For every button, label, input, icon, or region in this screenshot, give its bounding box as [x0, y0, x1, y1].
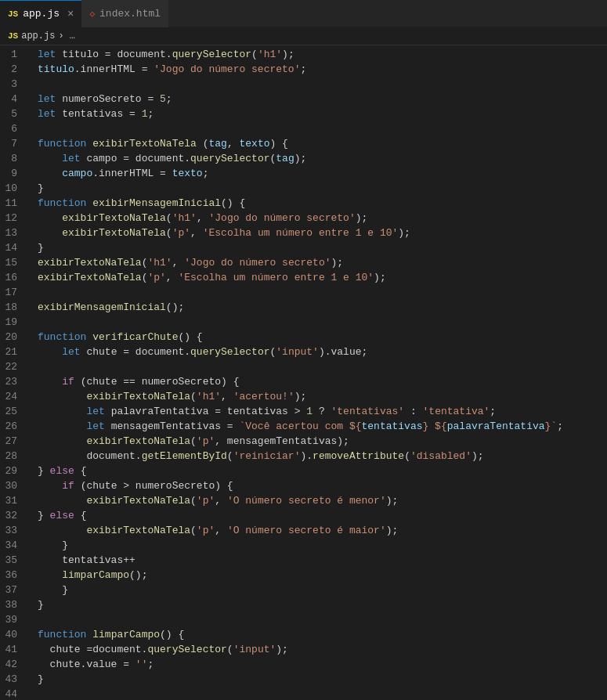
- code-line-22: [38, 359, 607, 374]
- code-line-4: let numeroSecreto = 5;: [38, 92, 607, 106]
- code-line-29: } else {: [38, 464, 607, 478]
- code-line-11: function exibirMensagemInicial() {: [38, 196, 607, 211]
- code-line-20: function verificarChute() {: [38, 330, 607, 345]
- tab-index-html[interactable]: ◇ index.html: [81, 0, 168, 27]
- tab-label-app-js: app.js: [23, 8, 60, 20]
- code-line-28: document.getElementById('reiniciar').rem…: [38, 449, 607, 464]
- code-line-40: function limparCampo() {: [38, 627, 607, 642]
- code-line-35: tentativas++: [38, 553, 607, 568]
- editor: 12345 678910 1112131415 1617181920 21222…: [0, 45, 607, 698]
- code-line-12: exibirTextoNaTela('h1', 'Jogo do número …: [38, 211, 607, 226]
- code-line-30: if (chute > numeroSecreto) {: [38, 478, 607, 493]
- tab-app-js[interactable]: JS app.js ×: [0, 0, 81, 27]
- code-line-21: let chute = document.querySelector('inpu…: [38, 345, 607, 359]
- code-line-7: function exibirTextoNaTela (tag, texto) …: [38, 136, 607, 151]
- code-line-32: } else {: [38, 508, 607, 523]
- code-line-5: let tentativas = 1;: [38, 106, 607, 121]
- code-line-31: exibirTextoNaTela('p', 'O número secreto…: [38, 493, 607, 508]
- code-line-41: chute =document.querySelector('input');: [38, 642, 607, 657]
- code-line-26: let mensagemTentativas = `Você acertou c…: [38, 419, 607, 434]
- code-line-6: [38, 121, 607, 136]
- code-line-23: if (chute == numeroSecreto) {: [38, 374, 607, 389]
- code-line-15: exibirTextoNaTela('h1', 'Jogo do número …: [38, 255, 607, 270]
- code-line-14: }: [38, 240, 607, 255]
- code-line-9: campo.innerHTML = texto;: [38, 166, 607, 181]
- code-line-1: let titulo = document.querySelector('h1'…: [38, 47, 607, 62]
- code-line-33: exibirTextoNaTela('p', 'O número secreto…: [38, 523, 607, 538]
- code-line-34: }: [38, 538, 607, 553]
- code-line-44: [38, 687, 607, 698]
- code-line-25: let palavraTentativa = tentativas > 1 ? …: [38, 404, 607, 419]
- breadcrumb: JS app.js › …: [0, 27, 607, 45]
- line-numbers: 12345 678910 1112131415 1617181920 21222…: [0, 45, 33, 698]
- js-icon: JS: [8, 9, 18, 19]
- code-area: let titulo = document.querySelector('h1'…: [33, 45, 607, 698]
- tab-bar: JS app.js × ◇ index.html: [0, 0, 607, 27]
- code-line-18: exibirMensagemInicial();: [38, 300, 607, 315]
- code-line-43: }: [38, 672, 607, 687]
- code-line-13: exibirTextoNaTela('p', 'Escolha um númer…: [38, 226, 607, 240]
- code-line-36: limparCampo();: [38, 568, 607, 583]
- code-line-17: [38, 285, 607, 300]
- code-line-42: chute.value = '';: [38, 657, 607, 672]
- html-icon: ◇: [89, 9, 95, 19]
- code-line-2: titulo.innerHTML = 'Jogo do número secre…: [38, 62, 607, 77]
- code-line-39: [38, 612, 607, 627]
- tab-close-app-js[interactable]: ×: [67, 8, 74, 20]
- tab-label-index-html: index.html: [99, 8, 161, 20]
- code-line-10: }: [38, 181, 607, 196]
- code-line-19: [38, 315, 607, 330]
- code-line-8: let campo = document.querySelector(tag);: [38, 151, 607, 166]
- code-line-16: exibirTextoNaTela('p', 'Escolha um númer…: [38, 270, 607, 285]
- code-line-3: [38, 77, 607, 92]
- code-line-24: exibirTextoNaTela('h1', 'acertou!');: [38, 389, 607, 404]
- code-line-37: }: [38, 583, 607, 597]
- breadcrumb-filename: app.js: [21, 31, 55, 41]
- breadcrumb-js-icon: JS: [8, 31, 18, 41]
- code-line-27: exibirTextoNaTela('p', mensagemTentativa…: [38, 434, 607, 449]
- code-line-38: }: [38, 597, 607, 612]
- breadcrumb-separator: › …: [58, 31, 75, 41]
